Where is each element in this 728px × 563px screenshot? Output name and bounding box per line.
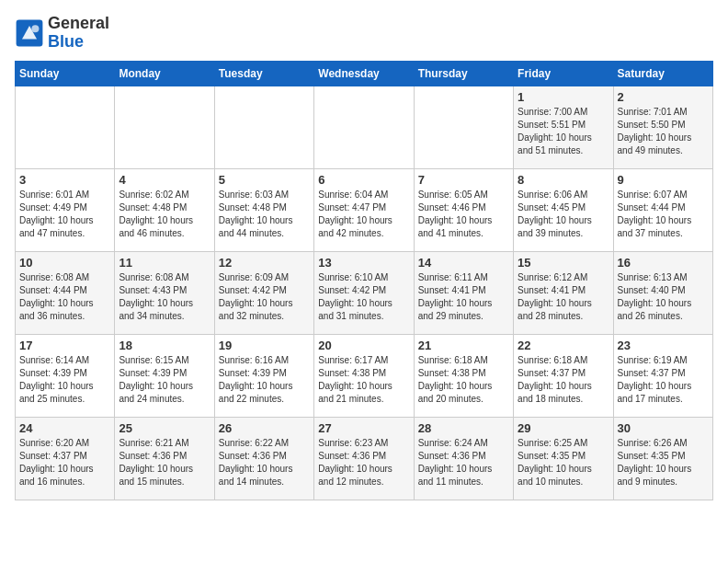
day-info: Sunrise: 6:11 AM Sunset: 4:41 PM Dayligh… (418, 271, 509, 323)
day-cell: 14Sunrise: 6:11 AM Sunset: 4:41 PM Dayli… (414, 251, 513, 334)
day-info: Sunrise: 7:01 AM Sunset: 5:50 PM Dayligh… (618, 106, 709, 157)
day-info: Sunrise: 6:23 AM Sunset: 4:36 PM Dayligh… (318, 437, 409, 488)
week-row-5: 24Sunrise: 6:20 AM Sunset: 4:37 PM Dayli… (16, 417, 713, 500)
day-cell: 9Sunrise: 6:07 AM Sunset: 4:44 PM Daylig… (613, 168, 712, 251)
day-info: Sunrise: 6:22 AM Sunset: 4:36 PM Dayligh… (219, 437, 310, 488)
day-number: 18 (119, 339, 210, 352)
day-number: 13 (318, 256, 409, 270)
day-info: Sunrise: 6:14 AM Sunset: 4:39 PM Dayligh… (19, 354, 110, 406)
day-info: Sunrise: 6:12 AM Sunset: 4:41 PM Dayligh… (518, 271, 609, 323)
day-info: Sunrise: 6:13 AM Sunset: 4:40 PM Dayligh… (618, 271, 709, 323)
week-row-1: 1Sunrise: 7:00 AM Sunset: 5:51 PM Daylig… (16, 86, 713, 168)
logo-line2: Blue (48, 33, 109, 52)
day-number: 6 (318, 173, 409, 187)
day-cell (16, 86, 115, 168)
day-info: Sunrise: 6:18 AM Sunset: 4:38 PM Dayligh… (418, 354, 509, 406)
day-cell: 5Sunrise: 6:03 AM Sunset: 4:48 PM Daylig… (214, 168, 313, 251)
header-cell-tuesday: Tuesday (214, 61, 313, 86)
day-number: 17 (19, 339, 110, 352)
day-number: 16 (618, 256, 709, 270)
header-cell-saturday: Saturday (613, 61, 712, 86)
day-info: Sunrise: 6:09 AM Sunset: 4:42 PM Dayligh… (219, 271, 310, 323)
day-cell: 18Sunrise: 6:15 AM Sunset: 4:39 PM Dayli… (115, 334, 214, 417)
day-number: 26 (219, 421, 310, 435)
day-cell: 29Sunrise: 6:25 AM Sunset: 4:35 PM Dayli… (514, 417, 613, 500)
day-cell: 21Sunrise: 6:18 AM Sunset: 4:38 PM Dayli… (414, 334, 513, 417)
day-cell: 23Sunrise: 6:19 AM Sunset: 4:37 PM Dayli… (613, 334, 712, 417)
day-info: Sunrise: 6:08 AM Sunset: 4:43 PM Dayligh… (119, 271, 210, 323)
day-cell: 3Sunrise: 6:01 AM Sunset: 4:49 PM Daylig… (16, 168, 115, 251)
day-number: 19 (219, 339, 310, 352)
day-cell: 12Sunrise: 6:09 AM Sunset: 4:42 PM Dayli… (214, 251, 313, 334)
day-info: Sunrise: 6:17 AM Sunset: 4:38 PM Dayligh… (318, 354, 409, 406)
day-number: 21 (418, 339, 509, 352)
day-cell: 20Sunrise: 6:17 AM Sunset: 4:38 PM Dayli… (314, 334, 414, 417)
day-cell: 1Sunrise: 7:00 AM Sunset: 5:51 PM Daylig… (514, 86, 613, 168)
week-row-3: 10Sunrise: 6:08 AM Sunset: 4:44 PM Dayli… (16, 251, 713, 334)
day-number: 28 (418, 421, 509, 435)
svg-point-2 (31, 25, 39, 32)
day-cell (314, 86, 414, 168)
day-info: Sunrise: 6:25 AM Sunset: 4:35 PM Dayligh… (518, 437, 609, 488)
day-cell (115, 86, 214, 168)
day-info: Sunrise: 6:01 AM Sunset: 4:49 PM Dayligh… (19, 189, 110, 240)
day-cell: 17Sunrise: 6:14 AM Sunset: 4:39 PM Dayli… (16, 334, 115, 417)
day-number: 20 (318, 339, 409, 352)
day-number: 23 (618, 339, 709, 352)
day-number: 9 (618, 173, 709, 187)
day-cell: 24Sunrise: 6:20 AM Sunset: 4:37 PM Dayli… (16, 417, 115, 500)
day-cell: 30Sunrise: 6:26 AM Sunset: 4:35 PM Dayli… (613, 417, 712, 500)
day-number: 8 (518, 173, 609, 187)
day-cell (214, 86, 313, 168)
day-cell: 26Sunrise: 6:22 AM Sunset: 4:36 PM Dayli… (214, 417, 313, 500)
day-info: Sunrise: 6:04 AM Sunset: 4:47 PM Dayligh… (318, 189, 409, 240)
day-cell: 28Sunrise: 6:24 AM Sunset: 4:36 PM Dayli… (414, 417, 513, 500)
day-cell: 8Sunrise: 6:06 AM Sunset: 4:45 PM Daylig… (514, 168, 613, 251)
header: General Blue (15, 15, 713, 52)
day-info: Sunrise: 6:15 AM Sunset: 4:39 PM Dayligh… (119, 354, 210, 406)
day-info: Sunrise: 6:16 AM Sunset: 4:39 PM Dayligh… (219, 354, 310, 406)
calendar-table: SundayMondayTuesdayWednesdayThursdayFrid… (15, 61, 713, 500)
header-cell-wednesday: Wednesday (314, 61, 414, 86)
day-cell: 7Sunrise: 6:05 AM Sunset: 4:46 PM Daylig… (414, 168, 513, 251)
day-cell: 13Sunrise: 6:10 AM Sunset: 4:42 PM Dayli… (314, 251, 414, 334)
day-number: 22 (518, 339, 609, 352)
day-cell: 27Sunrise: 6:23 AM Sunset: 4:36 PM Dayli… (314, 417, 414, 500)
day-number: 29 (518, 421, 609, 435)
header-row: SundayMondayTuesdayWednesdayThursdayFrid… (16, 61, 713, 86)
header-cell-friday: Friday (514, 61, 613, 86)
day-number: 15 (518, 256, 609, 270)
day-number: 30 (618, 421, 709, 435)
day-info: Sunrise: 6:19 AM Sunset: 4:37 PM Dayligh… (618, 354, 709, 406)
day-info: Sunrise: 6:05 AM Sunset: 4:46 PM Dayligh… (418, 189, 509, 240)
day-info: Sunrise: 6:20 AM Sunset: 4:37 PM Dayligh… (19, 437, 110, 488)
week-row-2: 3Sunrise: 6:01 AM Sunset: 4:49 PM Daylig… (16, 168, 713, 251)
day-info: Sunrise: 6:10 AM Sunset: 4:42 PM Dayligh… (318, 271, 409, 323)
day-number: 2 (618, 90, 709, 104)
week-row-4: 17Sunrise: 6:14 AM Sunset: 4:39 PM Dayli… (16, 334, 713, 417)
day-cell: 19Sunrise: 6:16 AM Sunset: 4:39 PM Dayli… (214, 334, 313, 417)
header-cell-sunday: Sunday (16, 61, 115, 86)
header-cell-monday: Monday (115, 61, 214, 86)
header-cell-thursday: Thursday (414, 61, 513, 86)
day-info: Sunrise: 7:00 AM Sunset: 5:51 PM Dayligh… (518, 106, 609, 157)
day-info: Sunrise: 6:24 AM Sunset: 4:36 PM Dayligh… (418, 437, 509, 488)
day-cell: 4Sunrise: 6:02 AM Sunset: 4:48 PM Daylig… (115, 168, 214, 251)
day-cell: 16Sunrise: 6:13 AM Sunset: 4:40 PM Dayli… (613, 251, 712, 334)
day-number: 27 (318, 421, 409, 435)
day-cell: 11Sunrise: 6:08 AM Sunset: 4:43 PM Dayli… (115, 251, 214, 334)
day-number: 11 (119, 256, 210, 270)
day-number: 10 (19, 256, 110, 270)
day-cell: 25Sunrise: 6:21 AM Sunset: 4:36 PM Dayli… (115, 417, 214, 500)
day-number: 3 (19, 173, 110, 187)
day-cell: 2Sunrise: 7:01 AM Sunset: 5:50 PM Daylig… (613, 86, 712, 168)
day-number: 12 (219, 256, 310, 270)
day-info: Sunrise: 6:08 AM Sunset: 4:44 PM Dayligh… (19, 271, 110, 323)
day-number: 1 (518, 90, 609, 104)
day-number: 7 (418, 173, 509, 187)
day-info: Sunrise: 6:26 AM Sunset: 4:35 PM Dayligh… (618, 437, 709, 488)
day-number: 25 (119, 421, 210, 435)
day-number: 4 (119, 173, 210, 187)
day-cell: 22Sunrise: 6:18 AM Sunset: 4:37 PM Dayli… (514, 334, 613, 417)
day-cell (414, 86, 513, 168)
